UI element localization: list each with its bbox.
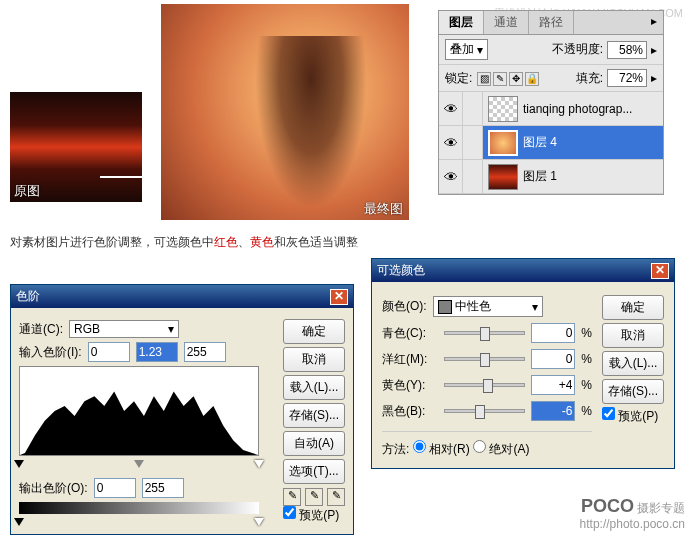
- colors-select[interactable]: 中性色▾: [433, 296, 543, 317]
- chevron-down-icon: ▾: [532, 300, 538, 314]
- lock-buttons[interactable]: ▨✎✥🔒: [476, 71, 540, 86]
- load-button[interactable]: 载入(L)...: [283, 375, 345, 400]
- output-shadow[interactable]: [94, 478, 136, 498]
- cyan-value[interactable]: [531, 323, 575, 343]
- close-button[interactable]: ✕: [330, 289, 348, 305]
- arrow-icon: [100, 176, 160, 178]
- input-highlight[interactable]: [184, 342, 226, 362]
- black-label: 黑色(B):: [382, 403, 438, 420]
- dialog-title: 可选颜色: [377, 262, 425, 279]
- chevron-down-icon: ▾: [477, 43, 483, 57]
- method-absolute-radio[interactable]: 绝对(A): [473, 442, 529, 456]
- visibility-toggle[interactable]: 👁: [439, 92, 463, 125]
- chevron-down-icon: ▾: [168, 322, 174, 336]
- histogram: [19, 366, 259, 456]
- channel-label: 通道(C):: [19, 321, 63, 338]
- ok-button[interactable]: 确定: [283, 319, 345, 344]
- method-relative-radio[interactable]: 相对(R): [413, 442, 470, 456]
- cyan-slider[interactable]: [444, 331, 525, 335]
- layer-name: 图层 4: [523, 134, 557, 151]
- magenta-slider[interactable]: [444, 357, 525, 361]
- layer-thumbnail: [488, 96, 518, 122]
- layer-thumbnail: [488, 130, 518, 156]
- selective-color-dialog: 可选颜色✕ 颜色(O): 中性色▾ 青色(C):% 洋红(M):% 黄色(Y):…: [371, 258, 675, 469]
- fill-input[interactable]: 72%: [607, 69, 647, 87]
- ok-button[interactable]: 确定: [602, 295, 664, 320]
- magenta-label: 洋红(M):: [382, 351, 438, 368]
- blend-mode-select[interactable]: 叠加 ▾: [445, 39, 488, 60]
- magenta-value[interactable]: [531, 349, 575, 369]
- layer-thumbnail: [488, 164, 518, 190]
- eyedropper-white-icon[interactable]: ✎: [327, 488, 345, 506]
- eyedropper-gray-icon[interactable]: ✎: [305, 488, 323, 506]
- input-shadow[interactable]: [88, 342, 130, 362]
- fill-label: 填充:: [576, 70, 603, 87]
- layer-name: 图层 1: [523, 168, 557, 185]
- before-image: 原图: [10, 92, 142, 202]
- output-highlight[interactable]: [142, 478, 184, 498]
- opacity-label: 不透明度:: [552, 41, 603, 58]
- yellow-value[interactable]: [531, 375, 575, 395]
- output-levels-label: 输出色阶(O):: [19, 480, 88, 497]
- preview-checkbox[interactable]: 预览(P): [283, 508, 339, 522]
- before-label: 原图: [14, 182, 40, 200]
- tab-paths[interactable]: 路径: [529, 11, 574, 34]
- input-gamma[interactable]: [136, 342, 178, 362]
- eyedropper-black-icon[interactable]: ✎: [283, 488, 301, 506]
- method-label: 方法:: [382, 442, 409, 456]
- dialog-title: 色阶: [16, 288, 40, 305]
- tab-layers[interactable]: 图层: [439, 11, 484, 34]
- poco-watermark: POCO 摄影专题 http://photo.poco.cn: [580, 496, 685, 531]
- layer-name: tianqing photograp...: [523, 102, 632, 116]
- layer-row[interactable]: 👁 tianqing photograp...: [439, 92, 663, 126]
- lock-label: 锁定:: [445, 70, 472, 87]
- panel-menu-icon[interactable]: ▸: [645, 11, 663, 34]
- close-button[interactable]: ✕: [651, 263, 669, 279]
- input-levels-label: 输入色阶(I):: [19, 344, 82, 361]
- caption-text: 对素材图片进行色阶调整，可选颜色中红色、黄色和灰色适当调整: [10, 234, 358, 251]
- levels-dialog: 色阶✕ 通道(C): RGB▾ 输入色阶(I): 输出色阶(O): 确定: [10, 284, 354, 535]
- after-image: 最终图: [161, 4, 409, 220]
- layer-row[interactable]: 👁 图层 1: [439, 160, 663, 194]
- colors-label: 颜色(O):: [382, 298, 427, 315]
- save-button[interactable]: 存储(S)...: [602, 379, 664, 404]
- options-button[interactable]: 选项(T)...: [283, 459, 345, 484]
- swatch-icon: [438, 300, 452, 314]
- opacity-stepper-icon[interactable]: ▸: [651, 43, 657, 57]
- tab-channels[interactable]: 通道: [484, 11, 529, 34]
- output-gradient: [19, 502, 259, 514]
- cyan-label: 青色(C):: [382, 325, 438, 342]
- visibility-toggle[interactable]: 👁: [439, 126, 463, 159]
- black-slider[interactable]: [444, 409, 525, 413]
- cancel-button[interactable]: 取消: [283, 347, 345, 372]
- opacity-input[interactable]: 58%: [607, 41, 647, 59]
- fill-stepper-icon[interactable]: ▸: [651, 71, 657, 85]
- yellow-label: 黄色(Y):: [382, 377, 438, 394]
- output-sliders[interactable]: [19, 518, 259, 526]
- save-button[interactable]: 存储(S)...: [283, 403, 345, 428]
- channel-select[interactable]: RGB▾: [69, 320, 179, 338]
- layer-row[interactable]: 👁 图层 4: [439, 126, 663, 160]
- input-sliders[interactable]: [19, 460, 259, 468]
- cancel-button[interactable]: 取消: [602, 323, 664, 348]
- visibility-toggle[interactable]: 👁: [439, 160, 463, 193]
- preview-checkbox[interactable]: 预览(P): [602, 409, 658, 423]
- load-button[interactable]: 载入(L)...: [602, 351, 664, 376]
- black-value[interactable]: [531, 401, 575, 421]
- yellow-slider[interactable]: [444, 383, 525, 387]
- layers-panel: 图层 通道 路径 ▸ 叠加 ▾ 不透明度: 58%▸ 锁定: ▨✎✥🔒 填充: …: [438, 10, 664, 195]
- after-label: 最终图: [364, 200, 403, 218]
- auto-button[interactable]: 自动(A): [283, 431, 345, 456]
